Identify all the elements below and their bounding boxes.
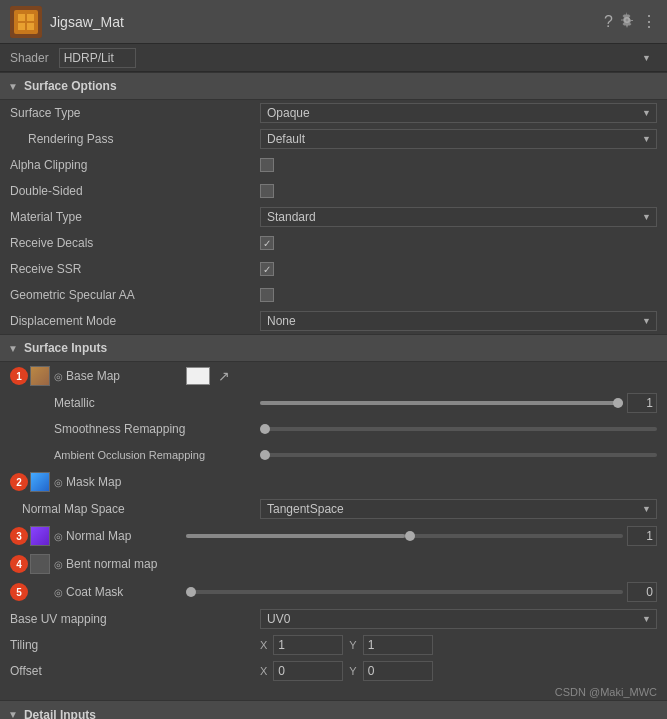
metallic-slider-fill: [260, 401, 623, 405]
coat-mask-label: Coat Mask: [66, 585, 186, 599]
svg-rect-3: [27, 14, 34, 21]
ao-slider-thumb[interactable]: [260, 450, 270, 460]
base-map-color-swatch[interactable]: [186, 367, 210, 385]
base-uv-select[interactable]: UV0: [260, 609, 657, 629]
coat-mask-value-input[interactable]: [627, 582, 657, 602]
shader-select-wrapper[interactable]: HDRP/Lit: [59, 48, 657, 68]
base-map-thumbnail[interactable]: [30, 366, 50, 386]
tiling-y-input[interactable]: [363, 635, 433, 655]
material-type-label: Material Type: [10, 210, 260, 224]
tiling-y-label: Y: [349, 639, 356, 651]
double-sided-value: [260, 184, 657, 198]
alpha-clipping-value: [260, 158, 657, 172]
receive-decals-checkbox[interactable]: [260, 236, 274, 250]
double-sided-row: Double-Sided: [0, 178, 667, 204]
material-type-select-wrapper[interactable]: Standard: [260, 207, 657, 227]
surface-type-select-wrapper[interactable]: Opaque: [260, 103, 657, 123]
metallic-slider-thumb[interactable]: [613, 398, 623, 408]
ao-slider-track[interactable]: [260, 453, 657, 457]
help-icon[interactable]: ?: [604, 13, 613, 31]
coat-mask-slider-thumb[interactable]: [186, 587, 196, 597]
receive-ssr-row: Receive SSR: [0, 256, 667, 282]
alpha-clipping-checkbox[interactable]: [260, 158, 274, 172]
more-icon[interactable]: ⋮: [641, 12, 657, 31]
receive-decals-row: Receive Decals: [0, 230, 667, 256]
detail-inputs-section[interactable]: ▼ Detail Inputs: [0, 700, 667, 719]
normal-map-badge: 3: [10, 527, 28, 545]
base-map-eye-icon[interactable]: ◎: [54, 371, 63, 382]
normal-map-space-row: Normal Map Space TangentSpace: [0, 496, 667, 522]
receive-decals-label: Receive Decals: [10, 236, 260, 250]
displacement-mode-row: Displacement Mode None: [0, 308, 667, 334]
displacement-mode-value: None: [260, 311, 657, 331]
base-uv-label: Base UV mapping: [10, 612, 260, 626]
normal-map-eye-icon[interactable]: ◎: [54, 531, 63, 542]
material-type-select[interactable]: Standard: [260, 207, 657, 227]
tiling-x-label: X: [260, 639, 267, 651]
rendering-pass-select[interactable]: Default: [260, 129, 657, 149]
base-map-expand-icon[interactable]: ↗: [218, 368, 230, 384]
settings-icon[interactable]: [619, 12, 635, 32]
base-uv-row: Base UV mapping UV0: [0, 606, 667, 632]
normal-map-thumbnail[interactable]: [30, 526, 50, 546]
surface-type-select[interactable]: Opaque: [260, 103, 657, 123]
base-map-controls: ↗: [186, 367, 657, 385]
bent-normal-label: Bent normal map: [66, 557, 186, 571]
svg-rect-1: [14, 10, 38, 34]
smoothness-slider-track[interactable]: [260, 427, 657, 431]
tiling-xy-pair: X Y: [260, 635, 433, 655]
ao-label: Ambient Occlusion Remapping: [10, 449, 260, 461]
normal-map-slider-thumb[interactable]: [405, 531, 415, 541]
metallic-row: Metallic: [0, 390, 667, 416]
normal-map-value-input[interactable]: [627, 526, 657, 546]
displacement-mode-select-wrapper[interactable]: None: [260, 311, 657, 331]
material-avatar: [10, 6, 42, 38]
metallic-value: [260, 393, 657, 413]
receive-ssr-checkbox[interactable]: [260, 262, 274, 276]
offset-y-label: Y: [349, 665, 356, 677]
coat-mask-eye-icon[interactable]: ◎: [54, 587, 63, 598]
material-header: Jigsaw_Mat ? ⋮: [0, 0, 667, 44]
offset-y-input[interactable]: [363, 661, 433, 681]
metallic-value-input[interactable]: [627, 393, 657, 413]
shader-select[interactable]: HDRP/Lit: [59, 48, 136, 68]
base-uv-select-wrapper[interactable]: UV0: [260, 609, 657, 629]
header-toolbar: ? ⋮: [604, 12, 657, 32]
receive-decals-value: [260, 236, 657, 250]
normal-map-slider-track[interactable]: [186, 534, 623, 538]
material-type-row: Material Type Standard: [0, 204, 667, 230]
rendering-pass-select-wrapper[interactable]: Default: [260, 129, 657, 149]
offset-label: Offset: [10, 664, 260, 678]
bent-normal-thumbnail[interactable]: [30, 554, 50, 574]
ao-row: Ambient Occlusion Remapping: [0, 442, 667, 468]
displacement-mode-select[interactable]: None: [260, 311, 657, 331]
normal-map-space-value: TangentSpace: [260, 499, 657, 519]
tiling-x-input[interactable]: [273, 635, 343, 655]
geometric-specular-checkbox[interactable]: [260, 288, 274, 302]
surface-type-label: Surface Type: [10, 106, 260, 120]
base-map-label: Base Map: [66, 369, 186, 383]
normal-map-space-select-wrapper[interactable]: TangentSpace: [260, 499, 657, 519]
surface-inputs-title: Surface Inputs: [24, 341, 107, 355]
smoothness-slider-thumb[interactable]: [260, 424, 270, 434]
ao-slider-container: [260, 453, 657, 457]
normal-map-space-select[interactable]: TangentSpace: [260, 499, 657, 519]
metallic-slider-track[interactable]: [260, 401, 623, 405]
mask-map-thumbnail[interactable]: [30, 472, 50, 492]
geometric-specular-row: Geometric Specular AA: [0, 282, 667, 308]
surface-options-section[interactable]: ▼ Surface Options: [0, 72, 667, 100]
bent-normal-row: 4 ◎ Bent normal map: [0, 550, 667, 578]
svg-rect-4: [18, 23, 25, 30]
surface-inputs-section[interactable]: ▼ Surface Inputs: [0, 334, 667, 362]
base-map-row: 1 ◎ Base Map ↗: [0, 362, 667, 390]
coat-mask-slider-track[interactable]: [186, 590, 623, 594]
alpha-clipping-label: Alpha Clipping: [10, 158, 260, 172]
rendering-pass-label: Rendering Pass: [10, 132, 260, 146]
tiling-row: Tiling X Y: [0, 632, 667, 658]
mask-map-eye-icon[interactable]: ◎: [54, 477, 63, 488]
offset-x-input[interactable]: [273, 661, 343, 681]
bent-normal-eye-icon[interactable]: ◎: [54, 559, 63, 570]
tiling-value: X Y: [260, 635, 657, 655]
double-sided-checkbox[interactable]: [260, 184, 274, 198]
offset-row: Offset X Y: [0, 658, 667, 684]
